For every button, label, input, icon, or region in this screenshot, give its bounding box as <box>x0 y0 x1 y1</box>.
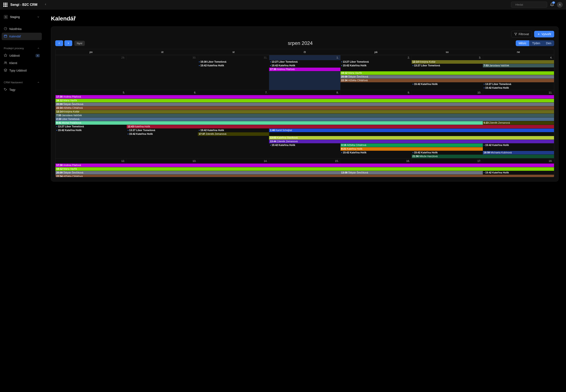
calendar-event[interactable]: 17:37Zdeněk Zemanová <box>198 132 269 136</box>
calendar-event[interactable]: 13:27Libor Tomešová <box>412 64 483 67</box>
date-cell[interactable]: 18. <box>483 159 554 164</box>
calendar-event[interactable]: 12:43Kateřina Holík <box>127 125 554 128</box>
date-cell[interactable]: 31. <box>198 55 269 60</box>
calendar-event[interactable]: 2:33Libor Tomešová <box>56 117 554 121</box>
back-chevron-icon[interactable] <box>44 3 47 6</box>
calendar-event[interactable]: 12:14Kristýna Kotlár <box>56 110 554 113</box>
calendar-event[interactable]: 15:42Kateřina Holík <box>198 129 269 132</box>
svg-point-9 <box>6 62 7 63</box>
calendar-event[interactable]: 15:42Kateřina Holík <box>483 143 554 147</box>
date-cell[interactable]: 5. <box>56 90 127 95</box>
next-month-button[interactable] <box>64 40 72 46</box>
calendar-event[interactable]: 15:42Kateřina Holík <box>483 171 554 174</box>
date-cell[interactable]: 7. <box>198 90 269 95</box>
page-title: Kalendář <box>51 15 559 22</box>
calendar-event[interactable]: 13:08Štěpán Ševčíková <box>341 171 483 174</box>
prev-month-button[interactable] <box>55 40 63 46</box>
date-cell[interactable]: 6. <box>127 90 198 95</box>
calendar-event[interactable]: 17:30Andrea Pilařová <box>56 95 554 99</box>
sidebar-item-nástěnka[interactable]: Nástěnka <box>2 25 42 33</box>
sidebar-section-sales[interactable]: Prodejní procesy <box>2 45 42 51</box>
date-cell[interactable]: 13. <box>127 159 198 164</box>
calendar-event[interactable]: 13:44Zdeněk Zemanová <box>269 140 554 143</box>
calendar-event[interactable]: 13:27Libor Tomešová <box>341 60 412 64</box>
sidebar-item-tagy[interactable]: Tagy <box>2 86 42 93</box>
calendar-event[interactable]: 13:27Libor Tomešová <box>56 125 127 128</box>
calendar-event[interactable]: 17:30Andrea Pilařová <box>56 164 554 167</box>
date-cell[interactable]: 11. <box>483 90 554 95</box>
apps-menu-icon[interactable] <box>3 3 7 7</box>
filter-button[interactable]: Filtrovat <box>511 31 532 37</box>
calendar-event[interactable]: 20:09Štěpán Ševčíková <box>56 171 341 174</box>
date-cell[interactable]: 8. <box>269 90 340 95</box>
date-cell[interactable]: 30. <box>127 55 198 60</box>
calendar-event[interactable]: 15:42Kateřina Holík <box>341 64 412 67</box>
date-cell[interactable]: 2. <box>341 55 412 60</box>
calendar-event[interactable]: 16:12Mária Vavřík <box>56 167 554 171</box>
calendar-event[interactable]: 13:27Libor Tomešová <box>483 83 554 86</box>
sidebar-item-kalendář[interactable]: Kalendář <box>2 33 42 40</box>
notifications-button[interactable]: 0 <box>550 2 554 7</box>
date-cell[interactable]: 15. <box>269 159 340 164</box>
workspace-icon: S <box>4 15 8 19</box>
date-cell[interactable]: 12. <box>56 159 127 164</box>
date-cell[interactable]: 4. <box>483 55 554 60</box>
date-cell[interactable]: 29. <box>56 55 127 60</box>
view-week-button[interactable]: Týden <box>529 40 543 46</box>
chevron-up-icon <box>37 81 40 84</box>
calendar-event[interactable]: 1:46Kamil Schejbal <box>269 129 554 132</box>
workspace-selector[interactable]: S Staging <box>2 13 42 21</box>
calendar-event[interactable]: 21:56Miluše Hanzlová <box>412 155 554 158</box>
view-day-button[interactable]: Den <box>543 40 554 46</box>
calendar-event[interactable]: 7:53Jaroslava Vašíček <box>56 114 554 117</box>
calendar-event[interactable]: 16:12Mária Vavřík <box>341 71 554 75</box>
calendar-event[interactable]: 20:09Štěpán Ševčíková <box>341 75 554 79</box>
calendar-event[interactable]: 15:30Libor Tomešová <box>198 60 269 64</box>
create-button[interactable]: Vytvořit <box>534 31 554 37</box>
calendar-event[interactable]: 3:19Alžběta Cihlářová <box>341 143 483 147</box>
calendar-event[interactable]: 15:42Kateřina Holík <box>127 132 198 136</box>
calendar-event[interactable]: 15:42Kateřina Holík <box>198 64 269 67</box>
date-cell[interactable]: 17. <box>412 159 483 164</box>
calendar-event[interactable]: 17:30Andrea Pilařová <box>269 68 340 71</box>
calendar-event[interactable]: 15:42Kateřina Holík <box>412 83 483 86</box>
calendar-event[interactable]: 15:42Kateřina Holík <box>412 151 483 154</box>
calendar-event[interactable]: 18:59Michaela Kubínová <box>483 151 554 154</box>
calendar-event[interactable]: 13:03Kateřina Slavíková <box>269 136 554 140</box>
calendar-grid[interactable]: poútstčtpásone 29.30.31.1.2.3.4.15:30Lib… <box>55 49 554 177</box>
calendar-event[interactable]: 22:34Alžběta Cihlářová <box>56 106 554 110</box>
calendar-event[interactable]: 15:42Kateřina Holík <box>341 151 412 154</box>
calendar-event[interactable]: 9:41Michal Poláčková <box>56 121 483 125</box>
calendar-event[interactable]: 15:42Kateřina Holík <box>269 64 340 67</box>
date-cell[interactable]: 10. <box>412 90 483 95</box>
calendar-event[interactable]: 12:14Kristýna Kotlár <box>412 60 554 64</box>
sidebar-item-události[interactable]: Události4 <box>2 52 42 59</box>
day-header: st <box>198 49 269 55</box>
today-button[interactable]: Nyní <box>74 41 85 46</box>
calendar-event[interactable]: 22:34Alžběta Cihlářová <box>56 175 554 177</box>
sidebar-section-settings[interactable]: CRM Nastavení <box>2 79 42 85</box>
sidebar-item-typy-událostí[interactable]: Typy Událostí <box>2 67 42 74</box>
avatar[interactable]: A <box>557 2 563 8</box>
calendar-event[interactable]: 8:21Kateřina Holík <box>341 147 483 151</box>
calendar-event[interactable]: 22:34Alžběta Cihlářová <box>341 79 554 82</box>
calendar-event[interactable]: 15:42Kateřina Holík <box>483 86 554 90</box>
calendar-event[interactable]: 15:42Kateřina Holík <box>56 129 127 132</box>
gauge-icon <box>4 27 7 31</box>
date-cell[interactable]: 14. <box>198 159 269 164</box>
calendar-event[interactable]: 13:27Libor Tomešová <box>127 129 198 132</box>
date-cell[interactable]: 3. <box>412 55 483 60</box>
date-cell[interactable]: 16. <box>341 159 412 164</box>
calendar-event[interactable]: 7:53Jaroslava Vašíček <box>483 64 554 67</box>
date-cell[interactable]: 9. <box>341 90 412 95</box>
calendar-event[interactable]: 13:27Libor Tomešová <box>269 60 340 64</box>
search-input[interactable] <box>511 2 547 8</box>
calendar-event[interactable]: 15:42Kateřina Holík <box>269 143 340 147</box>
view-month-button[interactable]: Měsíc <box>516 40 529 46</box>
sidebar-item-klienti[interactable]: Klienti <box>2 59 42 67</box>
date-cell[interactable]: 1. <box>269 55 340 60</box>
calendar-event[interactable]: 16:12Mária Vavřík <box>56 99 554 102</box>
calendar-event[interactable]: 5:23Zdeněk Zemanová <box>483 121 554 125</box>
view-segmented-control: Měsíc Týden Den <box>516 40 554 46</box>
calendar-event[interactable]: 20:09Štěpán Ševčíková <box>56 103 554 106</box>
